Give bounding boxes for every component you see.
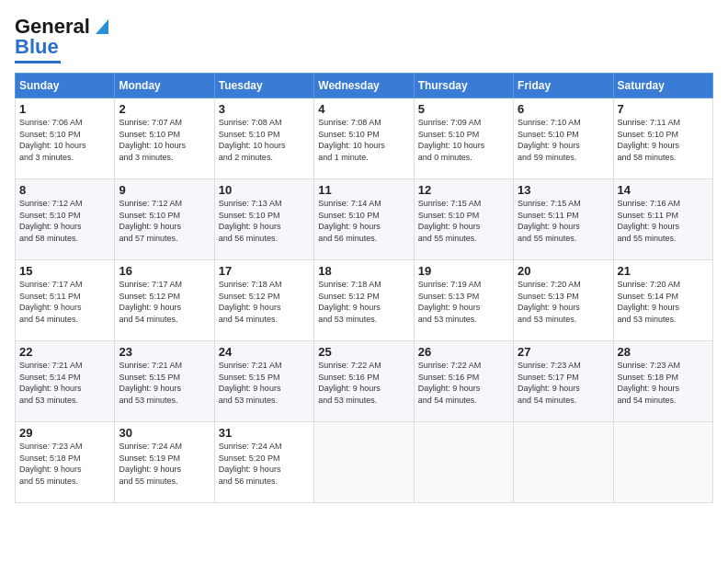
day-cell: 21Sunrise: 7:20 AM Sunset: 5:14 PM Dayli… [613, 260, 712, 341]
day-info: Sunrise: 7:21 AM Sunset: 5:15 PM Dayligh… [119, 360, 210, 406]
day-info: Sunrise: 7:24 AM Sunset: 5:20 PM Dayligh… [219, 441, 310, 487]
svg-marker-0 [96, 19, 108, 34]
day-cell: 27Sunrise: 7:23 AM Sunset: 5:17 PM Dayli… [514, 341, 613, 422]
day-cell: 7Sunrise: 7:11 AM Sunset: 5:10 PM Daylig… [613, 98, 712, 179]
day-info: Sunrise: 7:23 AM Sunset: 5:18 PM Dayligh… [19, 441, 110, 487]
day-number: 30 [119, 426, 210, 440]
day-number: 1 [19, 102, 110, 116]
day-number: 2 [119, 102, 210, 116]
calendar-table: SundayMondayTuesdayWednesdayThursdayFrid… [15, 73, 713, 503]
day-number: 13 [518, 183, 609, 197]
day-info: Sunrise: 7:17 AM Sunset: 5:12 PM Dayligh… [119, 279, 210, 325]
day-cell [514, 422, 613, 503]
logo: General Blue [15, 15, 112, 63]
day-number: 8 [19, 183, 110, 197]
day-info: Sunrise: 7:14 AM Sunset: 5:10 PM Dayligh… [318, 198, 409, 244]
day-info: Sunrise: 7:18 AM Sunset: 5:12 PM Dayligh… [318, 279, 409, 325]
day-info: Sunrise: 7:12 AM Sunset: 5:10 PM Dayligh… [19, 198, 110, 244]
day-number: 18 [318, 264, 409, 278]
day-cell: 5Sunrise: 7:09 AM Sunset: 5:10 PM Daylig… [414, 98, 513, 179]
day-number: 6 [518, 102, 609, 116]
day-cell: 12Sunrise: 7:15 AM Sunset: 5:10 PM Dayli… [414, 179, 513, 260]
day-number: 5 [418, 102, 509, 116]
day-info: Sunrise: 7:20 AM Sunset: 5:14 PM Dayligh… [618, 279, 709, 325]
day-info: Sunrise: 7:11 AM Sunset: 5:10 PM Dayligh… [618, 117, 709, 163]
day-cell: 18Sunrise: 7:18 AM Sunset: 5:12 PM Dayli… [314, 260, 414, 341]
day-info: Sunrise: 7:08 AM Sunset: 5:10 PM Dayligh… [318, 117, 409, 163]
week-row-5: 29Sunrise: 7:23 AM Sunset: 5:18 PM Dayli… [16, 422, 713, 503]
day-number: 3 [219, 102, 310, 116]
day-cell: 1Sunrise: 7:06 AM Sunset: 5:10 PM Daylig… [16, 98, 115, 179]
day-cell: 24Sunrise: 7:21 AM Sunset: 5:15 PM Dayli… [214, 341, 313, 422]
day-cell: 19Sunrise: 7:19 AM Sunset: 5:13 PM Dayli… [414, 260, 513, 341]
day-number: 11 [318, 183, 409, 197]
day-number: 10 [219, 183, 310, 197]
day-cell: 11Sunrise: 7:14 AM Sunset: 5:10 PM Dayli… [314, 179, 414, 260]
day-cell: 23Sunrise: 7:21 AM Sunset: 5:15 PM Dayli… [115, 341, 214, 422]
day-number: 26 [418, 345, 509, 359]
day-cell: 28Sunrise: 7:23 AM Sunset: 5:18 PM Dayli… [613, 341, 712, 422]
day-cell: 25Sunrise: 7:22 AM Sunset: 5:16 PM Dayli… [314, 341, 414, 422]
day-info: Sunrise: 7:06 AM Sunset: 5:10 PM Dayligh… [19, 117, 110, 163]
day-cell: 4Sunrise: 7:08 AM Sunset: 5:10 PM Daylig… [314, 98, 414, 179]
day-info: Sunrise: 7:18 AM Sunset: 5:12 PM Dayligh… [219, 279, 310, 325]
day-info: Sunrise: 7:20 AM Sunset: 5:13 PM Dayligh… [518, 279, 609, 325]
day-cell: 26Sunrise: 7:22 AM Sunset: 5:16 PM Dayli… [414, 341, 513, 422]
day-cell: 17Sunrise: 7:18 AM Sunset: 5:12 PM Dayli… [214, 260, 313, 341]
day-cell: 30Sunrise: 7:24 AM Sunset: 5:19 PM Dayli… [115, 422, 214, 503]
day-info: Sunrise: 7:13 AM Sunset: 5:10 PM Dayligh… [219, 198, 310, 244]
logo-blue: Blue [15, 35, 59, 58]
calendar-container: General Blue SundayMondayTuesdayWednesda… [0, 0, 728, 511]
day-number: 17 [219, 264, 310, 278]
day-cell: 2Sunrise: 7:07 AM Sunset: 5:10 PM Daylig… [115, 98, 214, 179]
col-header-friday: Friday [514, 74, 613, 98]
day-cell: 29Sunrise: 7:23 AM Sunset: 5:18 PM Dayli… [16, 422, 115, 503]
logo-icon [92, 16, 112, 36]
week-row-1: 1Sunrise: 7:06 AM Sunset: 5:10 PM Daylig… [16, 98, 713, 179]
day-cell: 20Sunrise: 7:20 AM Sunset: 5:13 PM Dayli… [514, 260, 613, 341]
day-cell: 14Sunrise: 7:16 AM Sunset: 5:11 PM Dayli… [613, 179, 712, 260]
day-cell: 6Sunrise: 7:10 AM Sunset: 5:10 PM Daylig… [514, 98, 613, 179]
day-info: Sunrise: 7:21 AM Sunset: 5:14 PM Dayligh… [19, 360, 110, 406]
day-info: Sunrise: 7:17 AM Sunset: 5:11 PM Dayligh… [19, 279, 110, 325]
col-header-tuesday: Tuesday [214, 74, 313, 98]
day-info: Sunrise: 7:07 AM Sunset: 5:10 PM Dayligh… [119, 117, 210, 163]
day-cell: 22Sunrise: 7:21 AM Sunset: 5:14 PM Dayli… [16, 341, 115, 422]
day-number: 16 [119, 264, 210, 278]
day-info: Sunrise: 7:19 AM Sunset: 5:13 PM Dayligh… [418, 279, 509, 325]
day-info: Sunrise: 7:12 AM Sunset: 5:10 PM Dayligh… [119, 198, 210, 244]
day-number: 7 [618, 102, 709, 116]
week-row-3: 15Sunrise: 7:17 AM Sunset: 5:11 PM Dayli… [16, 260, 713, 341]
day-info: Sunrise: 7:15 AM Sunset: 5:10 PM Dayligh… [418, 198, 509, 244]
day-cell: 10Sunrise: 7:13 AM Sunset: 5:10 PM Dayli… [214, 179, 313, 260]
day-number: 28 [618, 345, 709, 359]
col-header-sunday: Sunday [16, 74, 115, 98]
day-info: Sunrise: 7:23 AM Sunset: 5:17 PM Dayligh… [518, 360, 609, 406]
day-info: Sunrise: 7:21 AM Sunset: 5:15 PM Dayligh… [219, 360, 310, 406]
day-info: Sunrise: 7:08 AM Sunset: 5:10 PM Dayligh… [219, 117, 310, 163]
day-number: 31 [219, 426, 310, 440]
day-number: 22 [19, 345, 110, 359]
day-cell: 16Sunrise: 7:17 AM Sunset: 5:12 PM Dayli… [115, 260, 214, 341]
col-header-saturday: Saturday [613, 74, 712, 98]
week-row-4: 22Sunrise: 7:21 AM Sunset: 5:14 PM Dayli… [16, 341, 713, 422]
day-info: Sunrise: 7:22 AM Sunset: 5:16 PM Dayligh… [318, 360, 409, 406]
header-row: SundayMondayTuesdayWednesdayThursdayFrid… [16, 74, 713, 98]
day-number: 25 [318, 345, 409, 359]
day-info: Sunrise: 7:22 AM Sunset: 5:16 PM Dayligh… [418, 360, 509, 406]
day-number: 29 [19, 426, 110, 440]
day-cell: 8Sunrise: 7:12 AM Sunset: 5:10 PM Daylig… [16, 179, 115, 260]
day-cell: 13Sunrise: 7:15 AM Sunset: 5:11 PM Dayli… [514, 179, 613, 260]
day-number: 24 [219, 345, 310, 359]
day-number: 4 [318, 102, 409, 116]
day-info: Sunrise: 7:16 AM Sunset: 5:11 PM Dayligh… [618, 198, 709, 244]
day-cell [314, 422, 414, 503]
col-header-thursday: Thursday [414, 74, 513, 98]
day-number: 27 [518, 345, 609, 359]
day-info: Sunrise: 7:10 AM Sunset: 5:10 PM Dayligh… [518, 117, 609, 163]
day-cell: 31Sunrise: 7:24 AM Sunset: 5:20 PM Dayli… [214, 422, 313, 503]
day-info: Sunrise: 7:09 AM Sunset: 5:10 PM Dayligh… [418, 117, 509, 163]
week-row-2: 8Sunrise: 7:12 AM Sunset: 5:10 PM Daylig… [16, 179, 713, 260]
day-number: 23 [119, 345, 210, 359]
day-cell [414, 422, 513, 503]
